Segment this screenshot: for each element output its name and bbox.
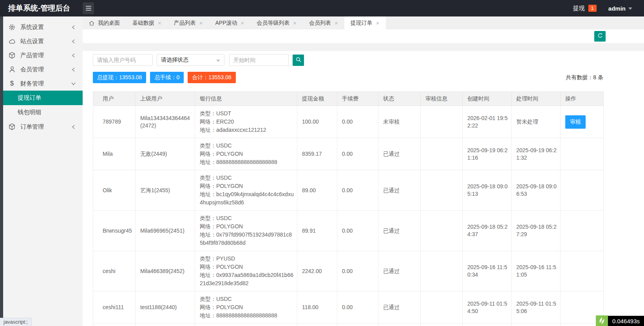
close-icon[interactable] — [199, 20, 203, 26]
bank-type: 类型：USDC — [200, 214, 294, 222]
cell-action — [561, 170, 604, 211]
col-created-time: 创建时间 — [463, 92, 512, 106]
table-row: Mila无敌(2449)类型：USDC网络：POLYGON地址：88888888… — [93, 138, 604, 170]
refresh-icon — [597, 33, 603, 40]
sidebar-nav: 系统设置 站点设置 产品管理 会员 — [3, 16, 83, 134]
link-status-hint: javascript:; — [0, 318, 32, 326]
sidebar-item-site-settings[interactable]: 站点设置 — [3, 34, 83, 48]
bank-type: 类型：USDC — [200, 295, 294, 303]
user-number-input[interactable] — [93, 54, 153, 66]
render-time-badge: 0.046493s — [608, 316, 644, 326]
record-count: 共有数据：8 条 — [566, 74, 634, 81]
cell-action: 审核 — [561, 106, 604, 138]
cell-parent-user: test1188(2440) — [136, 291, 195, 324]
cell-parent-user: Mila466389(2452) — [136, 251, 195, 291]
cell-user: 789789 — [93, 106, 136, 138]
sidebar-item-order-management[interactable]: 订单管理 — [3, 120, 83, 134]
tab-product-list[interactable]: 产品列表 — [168, 16, 209, 29]
sidebar-item-system-settings[interactable]: 系统设置 — [3, 20, 83, 34]
bank-address: 地址：88888888888888888888 — [200, 311, 294, 320]
cell-status: 已通过 — [378, 138, 421, 170]
cell-amount: 118.00 — [297, 291, 337, 324]
sidebar-dark-strip — [0, 16, 3, 326]
col-user: 用户 — [93, 92, 136, 106]
refresh-button[interactable] — [594, 31, 606, 42]
close-icon[interactable] — [293, 20, 297, 26]
cell-bank-info: 类型： — [195, 324, 297, 326]
cell-audit-info — [421, 251, 463, 291]
table-row: Olik艺海1(2455)类型：USDC网络：POLYGON地址：bc1qy09… — [93, 170, 604, 211]
tab-member-list[interactable]: 会员列表 — [303, 16, 344, 29]
sidebar-item-product-management[interactable]: 产品管理 — [3, 48, 83, 62]
table-row: ceshi111test1188(2440)类型：USDC网络：POLYGON地… — [93, 291, 604, 324]
chevron-down-icon — [216, 60, 220, 64]
tab-my-desktop[interactable]: 我的桌面 — [83, 16, 126, 29]
bank-address: 地址：bc1qy09k4jmxalqd4c4c4c6xdxu4hupsjms6k… — [200, 190, 294, 207]
cell-fee: 0.00 — [337, 251, 378, 291]
chevron-left-icon — [70, 24, 76, 30]
cell-parent-user: 无敌(2449) — [136, 138, 195, 170]
cell-user: ceshi — [93, 251, 136, 291]
cell-fee: 0.00 — [337, 211, 378, 251]
cell-parent-user: Mila696965(2451) — [136, 211, 195, 251]
col-processed-time: 处理时间 — [512, 92, 561, 106]
tab-member-level-list[interactable]: 会员等级列表 — [250, 16, 303, 29]
header-right: 提现 1 admin — [573, 5, 644, 12]
cell-fee: 0.00 — [337, 170, 378, 211]
admin-app: 排单系统-管理后台 提现 1 admin 系统设置 — [0, 0, 644, 326]
cell-bank-info: 类型：USDC网络：POLYGON地址：bc1qy09k4jmxalqd4c4c… — [195, 170, 297, 211]
sidebar-item-finance-management[interactable]: 财务管理 — [3, 76, 83, 91]
close-icon[interactable] — [241, 20, 244, 26]
chevron-left-icon — [70, 66, 76, 73]
cell-fee: 0.00 — [337, 291, 378, 324]
cube-icon — [8, 123, 16, 131]
cell-parent-user: Mila1343434364464(2472) — [136, 106, 195, 138]
sidebar-item-withdraw-orders[interactable]: 提现订单 — [3, 91, 83, 105]
cell-audit-info — [421, 291, 463, 324]
cell-processed-time: 2025-09-19 06:21:32 — [512, 138, 561, 170]
close-icon[interactable] — [376, 20, 380, 26]
bank-network: 网络：POLYGON — [200, 263, 294, 271]
audit-button[interactable]: 审核 — [565, 115, 586, 129]
table-row: 789789Mila1343434364464(2472)类型：USDT网络：E… — [93, 106, 604, 138]
bank-type: 类型：PYUSD — [200, 255, 294, 263]
bank-address: 地址：0x9937aa5869a1d9cb20f41b6621d3e2918de… — [200, 271, 294, 288]
start-time-input[interactable] — [229, 54, 289, 66]
cell-audit-info — [421, 106, 463, 138]
cell-amount: 8359.17 — [297, 138, 337, 170]
content-panel: 请选择状态 总提现：13553.08 总手续：0 合计：13553.08 共有数… — [83, 51, 644, 326]
bank-address: 地址：adadaxxccxc121212 — [200, 126, 294, 134]
cell-action — [561, 251, 604, 291]
cloud-icon — [8, 38, 16, 45]
close-icon[interactable] — [158, 20, 161, 26]
cell-action — [561, 211, 604, 251]
cell-created-time: 2025-09-16 11:50:34 — [463, 251, 512, 291]
search-button[interactable] — [293, 55, 304, 66]
cell-created-time: 2025-09-11 01:54:50 — [463, 291, 512, 324]
cell-audit-info — [421, 138, 463, 170]
close-icon[interactable] — [335, 20, 338, 26]
tab-withdraw-orders[interactable]: 提现订单 — [344, 16, 386, 29]
sidebar-item-member-management[interactable]: 会员管理 — [3, 62, 83, 76]
cell-status — [378, 324, 421, 326]
cell-created-time: 2025-09-19 06:21:16 — [463, 138, 512, 170]
tab-basic-data[interactable]: 基础数据 — [126, 16, 168, 29]
cell-amount: 2242.00 — [297, 251, 337, 291]
cell-user: Mila — [93, 138, 136, 170]
withdraw-orders-table: 用户 上级用户 银行信息 提现金额 手续费 状态 审核信息 创建时间 处理时间 … — [93, 91, 604, 326]
status-select[interactable]: 请选择状态 — [157, 54, 224, 66]
cell-fee — [337, 324, 378, 326]
tab-app-scroll[interactable]: APP滚动 — [209, 16, 251, 29]
cell-status: 已通过 — [378, 170, 421, 211]
cell-user: Brwnsugr45 — [93, 211, 136, 251]
sidebar-item-wallet-details[interactable]: 钱包明细 — [3, 105, 83, 120]
cell-audit-info — [421, 211, 463, 251]
col-status: 状态 — [378, 92, 421, 106]
sidebar-toggle-button[interactable] — [83, 2, 94, 14]
cell-processed-time: 2025-09-18 09:06:53 — [512, 170, 561, 211]
user-menu[interactable]: admin — [608, 5, 632, 12]
cell-fee: 0.00 — [337, 138, 378, 170]
cell-fee: 0.00 — [337, 106, 378, 138]
cell-parent-user — [136, 324, 195, 326]
withdraw-notice[interactable]: 提现 1 — [573, 5, 597, 12]
